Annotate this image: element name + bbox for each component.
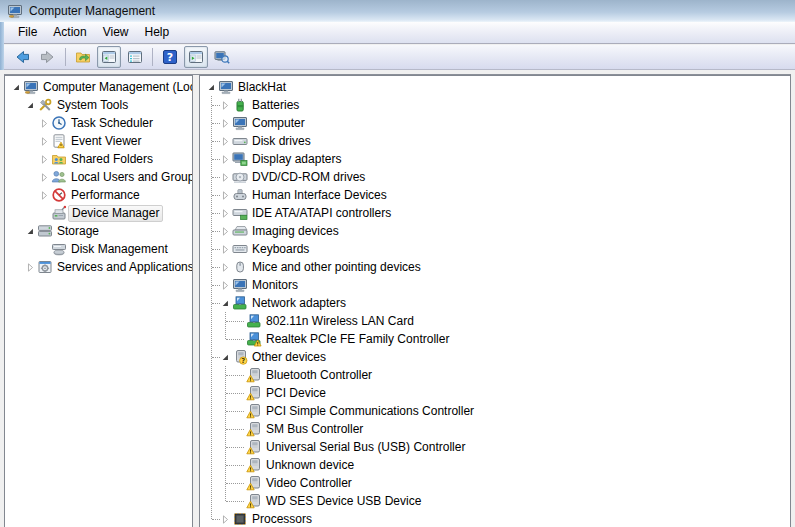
- collapsed-arrow-icon[interactable]: [218, 170, 232, 184]
- unknown-device-warning-icon: [246, 439, 263, 455]
- tree-item-pci-simple-communications-controller[interactable]: PCI Simple Communications Controller: [200, 402, 790, 420]
- expanded-arrow-icon[interactable]: [23, 98, 37, 112]
- tree-item-label: IDE ATA/ATAPI controllers: [249, 206, 394, 221]
- tree-item-system-tools[interactable]: System Tools: [5, 96, 192, 114]
- keyboard-icon: [232, 241, 249, 257]
- collapsed-arrow-icon[interactable]: [37, 170, 51, 184]
- device-tree-pane[interactable]: BlackHatBatteriesComputerDisk drivesDisp…: [199, 75, 791, 527]
- tree-item-device-manager[interactable]: Device Manager: [5, 204, 192, 222]
- tree-item-shared-folders[interactable]: Shared Folders: [5, 150, 192, 168]
- tree-item-802-11n-wireless-lan-card[interactable]: 802.11n Wireless LAN Card: [200, 312, 790, 330]
- collapsed-arrow-icon[interactable]: [218, 260, 232, 274]
- tree-item-pci-device[interactable]: PCI Device: [200, 384, 790, 402]
- computer-magnifier-icon: [214, 49, 230, 65]
- display-adapter-icon: [232, 151, 249, 167]
- tree-item-label: Performance: [68, 188, 143, 203]
- collapsed-arrow-icon[interactable]: [218, 278, 232, 292]
- menu-view[interactable]: View: [95, 22, 137, 44]
- forward-button[interactable]: [36, 46, 60, 68]
- tree-item-ide-ata-atapi-controllers[interactable]: IDE ATA/ATAPI controllers: [200, 204, 790, 222]
- tree-item-monitors[interactable]: Monitors: [200, 276, 790, 294]
- tree-item-event-viewer[interactable]: Event Viewer: [5, 132, 192, 150]
- expanded-arrow-icon[interactable]: [218, 296, 232, 310]
- tree-item-wd-ses-device-usb-device[interactable]: WD SES Device USB Device: [200, 492, 790, 510]
- tree-item-label: SM Bus Controller: [263, 422, 366, 437]
- tree-item-label: Processors: [249, 512, 315, 527]
- collapsed-arrow-icon[interactable]: [37, 116, 51, 130]
- tree-item-processors[interactable]: Processors: [200, 510, 790, 527]
- collapsed-arrow-icon[interactable]: [218, 116, 232, 130]
- collapsed-arrow-icon[interactable]: [37, 188, 51, 202]
- tree-item-task-scheduler[interactable]: Task Scheduler: [5, 114, 192, 132]
- tree-item-computer[interactable]: Computer: [200, 114, 790, 132]
- tree-item-label: PCI Simple Communications Controller: [263, 404, 477, 419]
- collapsed-arrow-icon[interactable]: [23, 260, 37, 274]
- title-bar[interactable]: Computer Management: [0, 0, 795, 22]
- collapsed-arrow-icon[interactable]: [218, 98, 232, 112]
- tree-item-human-interface-devices[interactable]: Human Interface Devices: [200, 186, 790, 204]
- tree-item-universal-serial-bus-usb-controller[interactable]: Universal Serial Bus (USB) Controller: [200, 438, 790, 456]
- scan-for-hardware-changes-button[interactable]: [210, 46, 234, 68]
- tree-item-performance[interactable]: Performance: [5, 186, 192, 204]
- properties-button[interactable]: [123, 46, 147, 68]
- tree-item-keyboards[interactable]: Keyboards: [200, 240, 790, 258]
- tree-item-display-adapters[interactable]: Display adapters: [200, 150, 790, 168]
- tree-item-imaging-devices[interactable]: Imaging devices: [200, 222, 790, 240]
- collapsed-arrow-icon[interactable]: [37, 134, 51, 148]
- expander-spacer: [232, 404, 246, 418]
- expander-spacer: [232, 476, 246, 490]
- menu-file[interactable]: File: [10, 22, 45, 44]
- expanded-arrow-icon[interactable]: [218, 350, 232, 364]
- back-button[interactable]: [10, 46, 34, 68]
- collapsed-arrow-icon[interactable]: [218, 188, 232, 202]
- help-button[interactable]: ?: [158, 46, 182, 68]
- collapsed-arrow-icon[interactable]: [37, 152, 51, 166]
- tree-item-local-users-and-groups[interactable]: Local Users and Groups: [5, 168, 192, 186]
- expanded-arrow-icon[interactable]: [9, 80, 23, 94]
- collapsed-arrow-icon[interactable]: [218, 242, 232, 256]
- tree-item-mice-and-other-pointing-devices[interactable]: Mice and other pointing devices: [200, 258, 790, 276]
- tree-item-label: Storage: [54, 224, 102, 239]
- tree-item-disk-drives[interactable]: Disk drives: [200, 132, 790, 150]
- tree-item-label: Video Controller: [263, 476, 355, 491]
- tree-item-batteries[interactable]: Batteries: [200, 96, 790, 114]
- content-area: Computer Management (LocalSystem ToolsTa…: [0, 70, 795, 527]
- tree-item-dvd-cd-rom-drives[interactable]: DVD/CD-ROM drives: [200, 168, 790, 186]
- console-tree-pane[interactable]: Computer Management (LocalSystem ToolsTa…: [4, 75, 193, 527]
- unknown-device-warning-icon: [246, 475, 263, 491]
- collapsed-arrow-icon[interactable]: [218, 134, 232, 148]
- tree-item-label: Computer Management (Local: [40, 80, 193, 95]
- menu-help[interactable]: Help: [137, 22, 178, 44]
- collapsed-arrow-icon[interactable]: [218, 224, 232, 238]
- tree-item-label: Monitors: [249, 278, 301, 293]
- tree-item-realtek-pcie-fe-family-controller[interactable]: Realtek PCIe FE Family Controller: [200, 330, 790, 348]
- collapsed-arrow-icon[interactable]: [218, 206, 232, 220]
- tree-item-services-and-applications[interactable]: Services and Applications: [5, 258, 192, 276]
- tree-item-bluetooth-controller[interactable]: Bluetooth Controller: [200, 366, 790, 384]
- task-scheduler-icon: [51, 115, 68, 131]
- show-hide-console-tree-button[interactable]: [97, 46, 121, 68]
- tree-item-sm-bus-controller[interactable]: SM Bus Controller: [200, 420, 790, 438]
- expanded-arrow-icon[interactable]: [23, 224, 37, 238]
- network-adapter-icon: [232, 295, 249, 311]
- tree-item-unknown-device[interactable]: Unknown device: [200, 456, 790, 474]
- export-list-button[interactable]: [71, 46, 95, 68]
- menu-action[interactable]: Action: [45, 22, 94, 44]
- tree-item-other-devices[interactable]: ?Other devices: [200, 348, 790, 366]
- svg-text:?: ?: [167, 51, 173, 64]
- battery-icon: [232, 97, 249, 113]
- tree-item-label: Network adapters: [249, 296, 349, 311]
- tree-item-computer-management-local[interactable]: Computer Management (Local: [5, 78, 192, 96]
- collapsed-arrow-icon[interactable]: [218, 152, 232, 166]
- tree-item-blackhat[interactable]: BlackHat: [200, 78, 790, 96]
- tree-item-storage[interactable]: Storage: [5, 222, 192, 240]
- collapsed-arrow-icon[interactable]: [218, 512, 232, 526]
- tree-item-network-adapters[interactable]: Network adapters: [200, 294, 790, 312]
- tree-item-label: Realtek PCIe FE Family Controller: [263, 332, 452, 347]
- show-hide-action-pane-button[interactable]: [184, 46, 208, 68]
- expander-spacer: [232, 458, 246, 472]
- tree-item-disk-management[interactable]: Disk Management: [5, 240, 192, 258]
- expander-spacer: [232, 332, 246, 346]
- tree-item-video-controller[interactable]: Video Controller: [200, 474, 790, 492]
- expanded-arrow-icon[interactable]: [204, 80, 218, 94]
